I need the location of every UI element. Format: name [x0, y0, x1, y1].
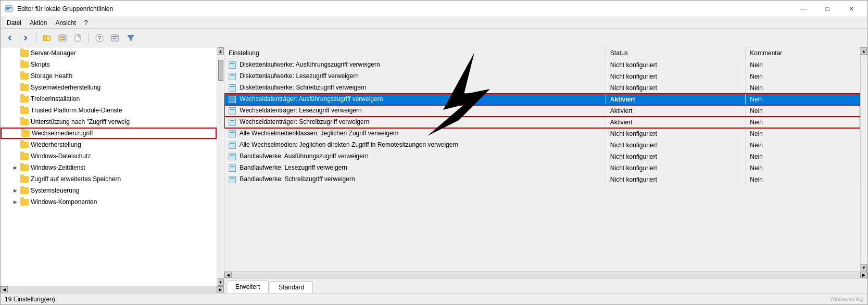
maximize-button[interactable]: □	[815, 1, 839, 17]
tree-scroll-area[interactable]: Server-Manager Skripts Storage Health	[1, 47, 217, 286]
status-cell: Aktiviert	[606, 94, 746, 105]
comment-cell: Nein	[746, 128, 860, 139]
tab-erweitert[interactable]: Erweitert	[227, 281, 269, 293]
forward-button[interactable]	[18, 31, 33, 45]
tree-item-wiederherstellung[interactable]: Wiederherstellung	[1, 139, 217, 150]
tree-item-treiberinstallation[interactable]: Treiberinstallation	[1, 93, 217, 105]
open-folder-button[interactable]	[40, 31, 54, 45]
minimize-button[interactable]: —	[791, 1, 815, 17]
toolbar: ?	[1, 29, 867, 47]
table-row[interactable]: Diskettenlaufwerke: Schreibzugriff verwe…	[224, 82, 860, 94]
table-row[interactable]: Alle Wechselmedienklassen: Jeglichen Zug…	[224, 128, 860, 139]
tree-item-label: Skripts	[31, 61, 50, 68]
tree-item-wechselmedienzugriff[interactable]: Wechselmedienzugriff	[1, 128, 217, 139]
comment-cell: Nein	[746, 105, 860, 117]
tree-item-windows-zeitdienst[interactable]: ▶ Windows-Zeitdienst	[1, 162, 217, 173]
tree-pane: Server-Manager Skripts Storage Health	[1, 47, 224, 293]
folder-icon	[20, 96, 29, 103]
folder-icon	[20, 119, 29, 125]
window-title: Editor für lokale Gruppenrichtlinien	[17, 5, 791, 12]
status-bar: 19 Einstellung(en) Windows-FAQ	[1, 293, 867, 304]
expand-icon	[11, 60, 19, 69]
tree-item-label: Windows-Dateischutz	[31, 152, 91, 160]
expand-expand-icon[interactable]: ▶	[11, 163, 19, 172]
expand-icon[interactable]: ▶	[11, 186, 19, 195]
tree-hscrollbar[interactable]: ◀ ▶	[1, 286, 224, 293]
policy-icon	[229, 142, 236, 149]
tree-item-windows-komponenten[interactable]: ▶ Windows-Komponenten	[1, 196, 217, 208]
table-row[interactable]: Diskettenlaufwerke: Ausführungszugriff v…	[224, 59, 860, 71]
tree-item-systemsteuerung[interactable]: ▶ Systemsteuerung	[1, 185, 217, 196]
comment-cell: Nein	[746, 59, 860, 71]
table-row-selected[interactable]: Wechseldatenträger: Ausführungszugriff v…	[224, 94, 860, 105]
tree-item-label: Windows-Zeitdienst	[31, 164, 85, 171]
tree-item-unterstuetzung[interactable]: Unterstützung nach "Zugriff verweig	[1, 116, 217, 128]
table-row[interactable]: Alle Wechselmedien: Jeglichen direkten Z…	[224, 139, 860, 151]
folder-icon	[20, 84, 29, 91]
expand-icon	[11, 141, 19, 149]
tree-item-skripts[interactable]: Skripts	[1, 59, 217, 70]
table-row[interactable]: Bandlaufwerke: Ausführungszugriff verwei…	[224, 151, 860, 162]
svg-rect-6	[46, 36, 51, 41]
col-header-status[interactable]: Status	[606, 47, 746, 59]
tree-item-server-manager[interactable]: Server-Manager	[1, 47, 217, 59]
tree-item-systemwiederherstellung[interactable]: Systemwiederherstellung	[1, 82, 217, 93]
expand-icon[interactable]: ▶	[11, 198, 19, 206]
svg-rect-12	[62, 39, 65, 40]
folder-icon	[20, 153, 29, 160]
setting-cell: Alle Wechselmedien: Jeglichen direkten Z…	[224, 139, 606, 151]
table-row-highlighted[interactable]: Wechseldatenträger: Schreibzugriff verwe…	[224, 117, 860, 128]
window-controls: — □ ✕	[791, 1, 863, 17]
policy-hscrollbar[interactable]: ◀ ▶	[224, 271, 867, 278]
help-button[interactable]: ?	[92, 31, 107, 45]
table-row[interactable]: Bandlaufwerke: Lesezugriff verweigern Ni…	[224, 162, 860, 174]
svg-rect-11	[60, 39, 62, 40]
tree-item-trusted-platform[interactable]: Trusted Platform Module-Dienste	[1, 105, 217, 116]
tree-item-label: Zugriff auf erweitertes Speichern	[31, 175, 121, 183]
close-button[interactable]: ✕	[839, 1, 863, 17]
status-cell: Nicht konfiguriert	[606, 59, 746, 71]
properties-button[interactable]	[108, 31, 122, 45]
status-text: 19 Einstellung(en)	[5, 296, 55, 303]
menu-ansicht[interactable]: Ansicht	[51, 18, 80, 28]
status-cell: Nicht konfiguriert	[606, 139, 746, 151]
setting-cell: Wechseldatenträger: Ausführungszugriff v…	[224, 94, 606, 105]
col-header-einstellung[interactable]: Einstellung	[224, 47, 606, 59]
tree-item-label: Windows-Komponenten	[31, 198, 97, 206]
tree-item-label: Unterstützung nach "Zugriff verweig	[31, 118, 130, 125]
policy-scroll-area[interactable]: Einstellung Status Kommentar Diskettenla…	[224, 47, 860, 271]
tree-view-button[interactable]	[55, 31, 70, 45]
tree-item-zugriff-speichern[interactable]: Zugriff auf erweitertes Speichern	[1, 173, 217, 185]
export-button[interactable]	[71, 31, 85, 45]
expand-icon	[11, 152, 19, 160]
menu-bar: Datei Aktion Ansicht ?	[1, 17, 867, 29]
tree-item-storage-health[interactable]: Storage Health	[1, 70, 217, 82]
setting-cell: Bandlaufwerke: Ausführungszugriff verwei…	[224, 151, 606, 162]
tree-item-label: Systemsteuerung	[31, 187, 79, 194]
tree-scrollbar[interactable]: ▲ ▼	[217, 47, 224, 286]
comment-cell: Nein	[746, 94, 860, 105]
filter-button[interactable]	[123, 31, 138, 45]
menu-datei[interactable]: Datei	[3, 18, 26, 28]
col-header-kommentar[interactable]: Kommentar	[746, 47, 860, 59]
svg-rect-3	[6, 9, 9, 10]
folder-icon	[20, 142, 29, 148]
tree-item-label: Storage Health	[31, 72, 72, 80]
comment-cell: Nein	[746, 162, 860, 174]
table-row[interactable]: Diskettenlaufwerke: Lesezugriff verweige…	[224, 71, 860, 82]
policy-icon	[229, 107, 236, 115]
svg-rect-5	[43, 35, 45, 36]
menu-help[interactable]: ?	[80, 18, 92, 28]
table-row-highlighted[interactable]: Wechseldatenträger: Lesezugriff verweige…	[224, 105, 860, 117]
tab-standard[interactable]: Standard	[270, 281, 313, 293]
setting-cell: Wechseldatenträger: Schreibzugriff verwe…	[224, 117, 606, 128]
tree-item-windows-dateischutz[interactable]: Windows-Dateischutz	[1, 150, 217, 162]
menu-aktion[interactable]: Aktion	[26, 18, 51, 28]
separator-1	[36, 33, 36, 43]
policy-vscrollbar[interactable]: ▲ ▼	[860, 47, 867, 271]
setting-cell: Diskettenlaufwerke: Schreibzugriff verwe…	[224, 82, 606, 94]
status-cell: Nicht konfiguriert	[606, 71, 746, 82]
policy-icon	[229, 153, 236, 160]
back-button[interactable]	[3, 31, 17, 45]
table-row[interactable]: Bandlaufwerke: Schreibzugriff verweigern…	[224, 174, 860, 185]
